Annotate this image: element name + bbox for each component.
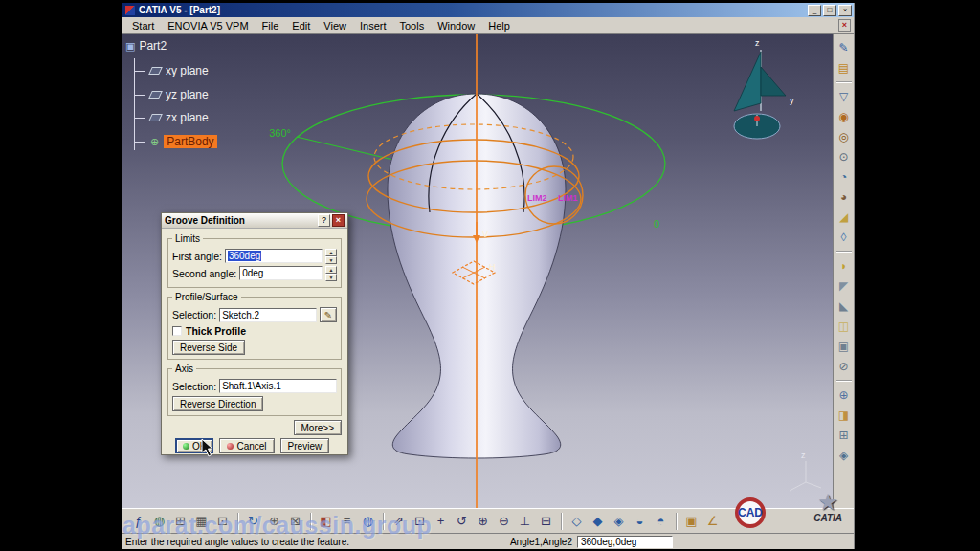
close-button[interactable]: × <box>838 5 852 16</box>
mirror-icon[interactable]: ◨ <box>835 407 852 423</box>
second-angle-input[interactable]: 0deg <box>239 266 323 280</box>
reverse-direction-button[interactable]: Reverse Direction <box>172 396 263 411</box>
tree-item-xy-plane[interactable]: xy plane <box>134 64 209 77</box>
second-angle-stepper[interactable]: ▲ ▼ <box>325 266 337 280</box>
menu-start[interactable]: Start <box>125 19 161 33</box>
catia-logo: ★ CATIA <box>813 492 842 523</box>
tree-item-partbody[interactable]: ⊕ PartBody <box>134 135 217 148</box>
watermark-text: aparat.com/caussin.group <box>122 512 432 540</box>
thread-icon[interactable]: ⊘ <box>835 358 852 374</box>
shell-icon[interactable]: ◫ <box>835 318 852 334</box>
axis-selection-label: Selection: <box>172 381 216 392</box>
menu-bar: Start ENOVIA V5 VPM File Edit View Inser… <box>122 17 854 34</box>
menu-insert[interactable]: Insert <box>353 19 393 33</box>
groove-definition-dialog: Groove Definition ? × Limits First angle… <box>161 212 348 455</box>
axis-selection-input[interactable]: Shaft.1\Axis.1 <box>219 379 337 393</box>
profile-selection-value: Sketch.2 <box>222 310 259 320</box>
pocket-icon[interactable]: ▽ <box>835 88 852 104</box>
shaft-icon[interactable]: ◉ <box>835 108 852 124</box>
axis-selection-value: Shaft.1\Axis.1 <box>222 381 281 391</box>
tree-item-label: PartBody <box>164 135 216 148</box>
shaded-view-icon[interactable]: ◆ <box>589 512 607 530</box>
stepper-down-icon[interactable]: ▼ <box>325 274 337 281</box>
hide-show-icon[interactable]: ◒ <box>631 512 649 530</box>
multi-section-solid-icon[interactable]: ◊ <box>835 229 852 245</box>
rotate-icon[interactable]: ↺ <box>453 512 471 530</box>
help-icon[interactable]: ? <box>318 214 330 227</box>
normal-view-icon[interactable]: ⊥ <box>516 512 534 530</box>
tree-item-zx-plane[interactable]: zx plane <box>134 111 209 124</box>
first-angle-stepper[interactable]: ▲ ▼ <box>325 249 337 263</box>
chamfer-icon[interactable]: ◤ <box>835 277 852 294</box>
tree-root-part2[interactable]: ▣ Part2 <box>125 39 167 53</box>
dialog-title-bar[interactable]: Groove Definition ? × <box>162 213 347 229</box>
logo-area: CAD ★ CATIA <box>735 492 842 532</box>
toolbar-separator <box>836 251 852 252</box>
h-label: H <box>489 262 496 272</box>
specification-tree: ▣ Part2 xy plane yz plane zx plane ⊕ <box>125 39 167 53</box>
scale-icon[interactable]: ◈ <box>835 447 852 463</box>
tree-item-label: xy plane <box>166 64 209 77</box>
pad-icon[interactable]: ▤ <box>835 59 852 76</box>
angle-values-field[interactable]: 360deg,0deg <box>577 536 673 548</box>
first-angle-label: First angle: <box>172 251 222 262</box>
lim1-label: LIM1 <box>558 193 578 203</box>
stepper-up-icon[interactable]: ▲ <box>325 266 337 274</box>
pan-icon[interactable]: + <box>432 512 450 530</box>
preview-button[interactable]: Preview <box>280 438 330 453</box>
tree-item-label: zx plane <box>166 111 209 124</box>
draft-icon[interactable]: ◣ <box>835 298 852 314</box>
zoom-out-icon[interactable]: ⊖ <box>495 512 513 530</box>
sketcher-icon[interactable]: ✎ <box>835 39 852 55</box>
stepper-up-icon[interactable]: ▲ <box>325 249 337 256</box>
catalog-icon[interactable]: ▣ <box>682 512 701 530</box>
menu-tools[interactable]: Tools <box>392 19 431 33</box>
rib-icon[interactable]: ◔ <box>835 168 852 185</box>
first-angle-value: 360deg <box>228 251 261 261</box>
profile-surface-legend: Profile/Surface <box>172 292 241 302</box>
mouse-cursor <box>201 438 214 457</box>
zoom-in-icon[interactable]: ⊕ <box>474 512 492 530</box>
cancel-icon <box>227 443 234 450</box>
zero-annotation: 0 <box>654 218 659 230</box>
iso-view-icon[interactable]: ◇ <box>568 512 586 530</box>
tree-item-yz-plane[interactable]: yz plane <box>134 88 209 101</box>
pattern-icon[interactable]: ⊞ <box>835 427 852 443</box>
compass[interactable]: z y <box>734 38 794 139</box>
measure-icon[interactable]: ∠ <box>703 512 722 530</box>
catia-star-icon: ★ <box>813 492 842 513</box>
groove-icon[interactable]: ◎ <box>835 128 852 144</box>
first-angle-input[interactable]: 360deg <box>225 249 323 263</box>
translate-icon[interactable]: ⊕ <box>835 386 852 403</box>
cancel-button[interactable]: Cancel <box>219 438 274 453</box>
slot-icon[interactable]: ◕ <box>835 188 852 205</box>
dialog-close-icon[interactable]: × <box>332 214 345 227</box>
hole-icon[interactable]: ⊙ <box>835 148 852 165</box>
maximize-button[interactable]: □ <box>823 5 836 16</box>
thickness-icon[interactable]: ▣ <box>835 338 852 354</box>
toolbar-separator <box>836 81 852 82</box>
cad-logo: CAD <box>735 497 766 528</box>
reverse-side-button[interactable]: Reverse Side <box>172 340 245 355</box>
multi-view-icon[interactable]: ⊟ <box>537 512 555 530</box>
swap-space-icon[interactable]: ◓ <box>652 512 670 530</box>
sketch-edit-icon[interactable]: ✎ <box>320 307 337 322</box>
partbody-icon: ⊕ <box>150 136 159 148</box>
minimize-button[interactable]: _ <box>808 5 821 16</box>
document-close-icon[interactable]: × <box>838 19 851 32</box>
menu-edit[interactable]: Edit <box>285 19 317 33</box>
menu-file[interactable]: File <box>256 19 286 33</box>
menu-help[interactable]: Help <box>481 19 517 33</box>
tree-root-label: Part2 <box>139 39 167 53</box>
menu-window[interactable]: Window <box>431 19 481 33</box>
v-label: V <box>482 230 488 239</box>
stepper-down-icon[interactable]: ▼ <box>325 256 337 264</box>
menu-view[interactable]: View <box>317 19 353 33</box>
menu-enovia[interactable]: ENOVIA V5 VPM <box>161 19 255 33</box>
fillet-icon[interactable]: ◗ <box>835 257 852 274</box>
thick-profile-checkbox[interactable] <box>172 326 182 336</box>
wireframe-view-icon[interactable]: ◈ <box>610 512 628 530</box>
profile-selection-input[interactable]: Sketch.2 <box>219 308 317 322</box>
more-button[interactable]: More>> <box>294 420 342 435</box>
stiffener-icon[interactable]: ◢ <box>835 209 852 225</box>
